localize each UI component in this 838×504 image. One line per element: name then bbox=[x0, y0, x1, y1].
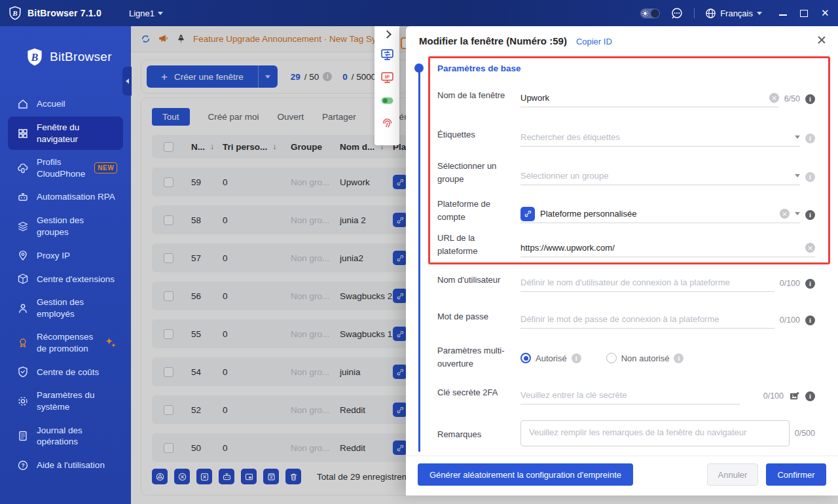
row-checkbox[interactable] bbox=[164, 405, 173, 415]
sidebar-item-proxy-ip[interactable]: Proxy IP bbox=[8, 244, 123, 266]
sidebar-item-centre-couts[interactable]: Centre de coûts bbox=[8, 361, 123, 383]
platform-select[interactable]: Plateforme personnalisée bbox=[520, 205, 800, 223]
sidebar-item-aide[interactable]: ? Aide à l'utilisation bbox=[8, 454, 123, 477]
sidebar-item-parametres-systeme[interactable]: Paramètres du système bbox=[8, 384, 123, 418]
create-window-dropdown[interactable] bbox=[258, 65, 278, 88]
close-square-icon[interactable] bbox=[196, 469, 212, 484]
confirm-button[interactable]: Confirmer bbox=[766, 463, 826, 486]
clear-icon[interactable] bbox=[805, 243, 815, 253]
chevron-down-icon[interactable] bbox=[795, 174, 800, 177]
list-tab[interactable]: Tout bbox=[152, 108, 190, 126]
sidebar-item-gestion-employes[interactable]: Gestion des employés bbox=[8, 291, 123, 325]
info-icon[interactable]: i bbox=[805, 279, 815, 289]
fingerprint-icon[interactable] bbox=[380, 117, 394, 130]
col-name[interactable]: Nom d... bbox=[340, 142, 374, 152]
sidebar-item-fenetre-navigateur[interactable]: Fenêtre du navigateur bbox=[8, 117, 123, 150]
close-icon[interactable] bbox=[816, 34, 828, 46]
sort-desc-icon[interactable]: ↓ bbox=[210, 142, 214, 151]
sidebar-item-journal-operations[interactable]: Journal des opérations bbox=[8, 420, 123, 453]
monitor-sync-icon[interactable] bbox=[380, 48, 394, 62]
batch-actions: Total de 29 enregistrements bbox=[152, 469, 426, 484]
chevron-down-icon[interactable] bbox=[795, 212, 800, 215]
line-selector[interactable]: Ligne1 bbox=[129, 9, 163, 18]
sidebar-item-automatisation-rpa[interactable]: Automatisation RPA bbox=[8, 186, 123, 208]
expand-chevron-icon[interactable] bbox=[383, 30, 392, 39]
list-tab[interactable]: Créé par moi bbox=[208, 108, 259, 126]
journal-icon bbox=[17, 430, 29, 442]
platform-link-icon bbox=[393, 251, 407, 265]
list-tab[interactable]: Ouvert bbox=[278, 108, 304, 126]
remarks-textarea[interactable] bbox=[520, 420, 790, 446]
announcement-text[interactable]: Feature Upgrade Announcement · New Tag S… bbox=[193, 34, 395, 44]
select-all-checkbox[interactable] bbox=[164, 142, 173, 152]
upload-image-icon[interactable] bbox=[789, 391, 800, 402]
username-input[interactable] bbox=[520, 278, 774, 287]
field-tags: Étiquettes Rechercher des étiquettes i bbox=[437, 128, 815, 147]
sidebar-item-recompenses-promotion[interactable]: Récompenses de promotion bbox=[8, 326, 123, 359]
sidebar-item-gestion-groupes[interactable]: Gestion des groupes bbox=[8, 209, 123, 243]
sidebar-item-accueil[interactable]: Accueil bbox=[8, 93, 123, 115]
trash-icon[interactable] bbox=[285, 469, 301, 484]
sort-desc-icon[interactable]: ↓ bbox=[272, 142, 276, 151]
location-pin-icon bbox=[17, 249, 29, 261]
copy-id-link[interactable]: Copier ID bbox=[576, 37, 612, 46]
close-circle-icon[interactable] bbox=[174, 469, 190, 484]
group-select[interactable]: Sélectionner un groupe bbox=[520, 167, 800, 185]
info-icon[interactable]: i bbox=[323, 72, 332, 81]
minimize-button[interactable] bbox=[779, 9, 787, 17]
clear-icon[interactable] bbox=[780, 209, 790, 219]
maximize-button[interactable] bbox=[800, 9, 808, 17]
radio-not-allowed[interactable] bbox=[606, 353, 617, 363]
2fa-secret-input[interactable] bbox=[520, 390, 740, 400]
platform-url-input[interactable] bbox=[520, 243, 800, 253]
row-checkbox[interactable] bbox=[164, 329, 173, 339]
info-icon[interactable]: i bbox=[805, 134, 815, 143]
info-icon[interactable]: i bbox=[572, 353, 581, 363]
password-input[interactable] bbox=[520, 314, 774, 324]
platform-link-icon bbox=[393, 327, 407, 341]
robot-icon[interactable] bbox=[219, 469, 234, 484]
sidebar-collapse-handle[interactable] bbox=[122, 67, 132, 96]
row-checkbox[interactable] bbox=[164, 215, 173, 225]
cancel-button[interactable]: Annuler bbox=[707, 463, 758, 486]
row-checkbox[interactable] bbox=[164, 177, 173, 187]
info-icon[interactable]: i bbox=[805, 391, 815, 401]
info-icon[interactable]: i bbox=[805, 172, 815, 182]
refresh-icon[interactable] bbox=[140, 33, 151, 45]
row-checkbox[interactable] bbox=[164, 291, 173, 301]
chevron-down-icon[interactable] bbox=[795, 135, 800, 139]
theme-toggle[interactable] bbox=[640, 9, 660, 18]
language-selector[interactable]: Français bbox=[705, 8, 762, 19]
row-checkbox[interactable] bbox=[164, 253, 173, 263]
window-name-input[interactable] bbox=[520, 93, 764, 103]
generate-fingerprint-button[interactable]: Générer aléatoirement la configuration d… bbox=[418, 463, 633, 486]
row-checkbox[interactable] bbox=[164, 443, 173, 453]
home-icon bbox=[17, 98, 29, 110]
radio-allowed[interactable] bbox=[520, 353, 531, 363]
browser-icon[interactable] bbox=[152, 469, 168, 484]
support-headset-icon[interactable] bbox=[670, 7, 683, 20]
ip-proxy-icon[interactable]: IP bbox=[380, 71, 394, 84]
col-number[interactable]: N... bbox=[191, 142, 205, 152]
field-window-name: Nom de la fenêtre 6/50 i bbox=[437, 89, 815, 107]
clear-icon[interactable] bbox=[769, 93, 779, 103]
window-icon[interactable] bbox=[241, 469, 257, 484]
package-close-icon[interactable] bbox=[263, 469, 279, 484]
col-custom-sort[interactable]: Tri perso... bbox=[223, 142, 267, 152]
platform-link-icon bbox=[393, 289, 407, 303]
title-bar: B BitBrowser 7.1.0 Ligne1 Français ✕ bbox=[0, 0, 838, 26]
info-icon[interactable]: i bbox=[805, 94, 815, 104]
info-icon[interactable]: i bbox=[805, 210, 815, 220]
info-icon[interactable]: i bbox=[805, 315, 815, 325]
sidebar-item-profils-cloudphone[interactable]: Profils CloudPhone NEW bbox=[8, 151, 123, 185]
list-tab[interactable]: Partager bbox=[322, 108, 356, 126]
tags-select[interactable]: Rechercher des étiquettes bbox=[520, 128, 800, 147]
info-icon[interactable]: i bbox=[674, 353, 683, 363]
sidebar-item-centre-extensions[interactable]: Centre d'extensions bbox=[8, 268, 123, 290]
cube-icon bbox=[17, 273, 29, 285]
row-checkbox[interactable] bbox=[164, 367, 173, 377]
toggle-on-icon[interactable] bbox=[380, 94, 394, 107]
create-window-button[interactable]: + Créer une fenêtre bbox=[147, 65, 278, 88]
close-window-button[interactable]: ✕ bbox=[821, 9, 829, 17]
col-group[interactable]: Groupe bbox=[291, 142, 340, 152]
